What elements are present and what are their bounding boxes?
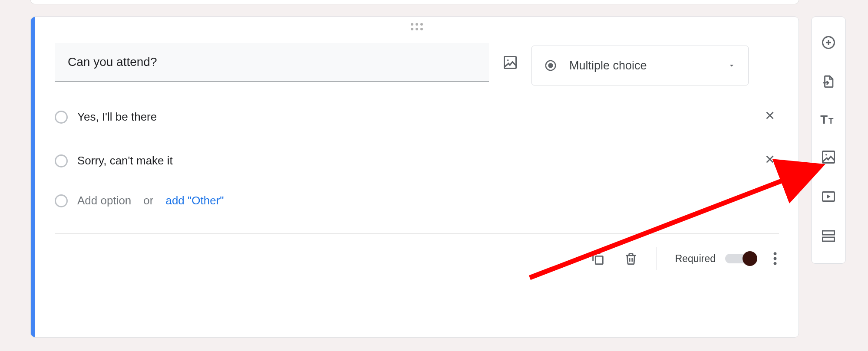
svg-point-1 (507, 59, 509, 61)
svg-rect-0 (505, 57, 516, 69)
import-icon (821, 74, 836, 89)
radio-placeholder-icon (55, 154, 68, 167)
svg-text:T: T (820, 113, 828, 126)
required-toggle[interactable] (725, 254, 755, 263)
svg-rect-14 (823, 231, 835, 235)
required-label: Required (675, 253, 716, 265)
footer-separator (657, 247, 657, 270)
add-option-row: Add option or add "Other" (55, 194, 779, 207)
radio-placeholder-icon (55, 111, 68, 124)
or-text: or (143, 194, 153, 207)
question-title-input[interactable] (55, 43, 489, 82)
trash-icon (624, 251, 638, 266)
add-section-button[interactable] (821, 228, 836, 246)
selection-indicator (31, 17, 35, 337)
title-icon: T T (820, 113, 837, 126)
remove-option-button[interactable] (761, 106, 779, 128)
image-icon (821, 149, 836, 165)
close-icon (763, 109, 776, 122)
toggle-knob (743, 251, 757, 266)
option-row: Yes, I'll be there (55, 106, 779, 128)
svg-rect-15 (823, 237, 835, 241)
question-type-dropdown[interactable]: Multiple choice (531, 46, 749, 85)
more-vertical-icon (773, 251, 777, 266)
add-image-button[interactable] (821, 149, 836, 167)
more-options-button[interactable] (773, 251, 777, 266)
add-video-button[interactable] (821, 189, 836, 206)
question-type-label: Multiple choice (569, 59, 715, 72)
remove-option-button[interactable] (761, 150, 779, 171)
duplicate-icon (591, 251, 605, 266)
svg-point-3 (548, 63, 553, 68)
svg-text:T: T (828, 116, 834, 125)
svg-rect-4 (595, 256, 603, 264)
drag-handle-icon[interactable] (411, 23, 423, 30)
svg-point-6 (774, 257, 777, 260)
option-input[interactable]: Sorry, can't make it (77, 154, 751, 167)
close-icon (763, 153, 776, 166)
previous-card-edge (30, 0, 799, 4)
plus-circle-icon (821, 35, 836, 50)
floating-toolbar: T T (811, 16, 846, 264)
caret-down-icon (727, 61, 736, 70)
import-questions-button[interactable] (821, 74, 836, 91)
add-other-button[interactable]: add "Other" (165, 194, 224, 207)
option-row: Sorry, can't make it (55, 150, 779, 171)
radio-icon (544, 59, 557, 72)
add-title-button[interactable]: T T (820, 113, 837, 128)
question-card: Multiple choice Yes, I'll be there (30, 16, 799, 338)
svg-point-7 (774, 262, 777, 265)
duplicate-button[interactable] (591, 251, 605, 266)
section-icon (821, 228, 836, 244)
option-input[interactable]: Yes, I'll be there (77, 110, 751, 124)
footer-divider (55, 233, 779, 234)
radio-placeholder-icon (55, 194, 68, 207)
delete-button[interactable] (624, 251, 638, 266)
image-icon (502, 55, 518, 70)
add-image-to-question-button[interactable] (502, 54, 518, 71)
add-question-button[interactable] (821, 35, 836, 52)
svg-point-5 (774, 252, 777, 255)
video-icon (821, 189, 836, 204)
add-option-button[interactable]: Add option (77, 194, 131, 207)
svg-point-12 (825, 154, 827, 156)
svg-rect-11 (823, 151, 835, 163)
